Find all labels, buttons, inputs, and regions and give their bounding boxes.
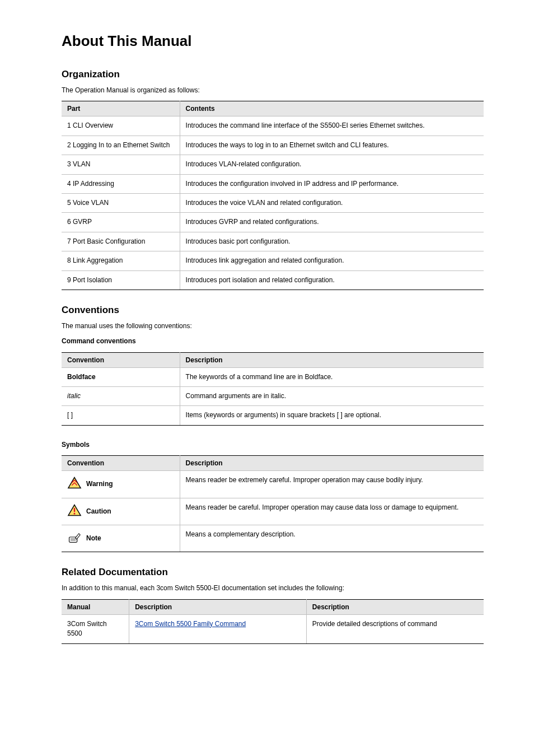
col-header-manual: Manual <box>62 599 129 614</box>
related-heading: Related Documentation <box>62 567 484 578</box>
cell-contents: Introduces link aggregation and related … <box>180 251 484 270</box>
cell-part: 7 Port Basic Configuration <box>62 232 180 251</box>
table-row: 2 Logging In to an Ethernet SwitchIntrod… <box>62 136 484 155</box>
related-lead: In addition to this manual, each 3com Sw… <box>62 584 484 593</box>
col-header-desc2: Description <box>306 599 484 614</box>
table-row: 3 VLANIntroduces VLAN-related configurat… <box>62 155 484 174</box>
organization-heading: Organization <box>62 69 484 80</box>
cmd-conventions-heading: Command conventions <box>62 337 484 346</box>
col-header-description: Description <box>180 352 484 367</box>
symbols-heading: Symbols <box>62 440 484 450</box>
cell-description: Means reader be extremely careful. Impro… <box>180 471 484 498</box>
cell-contents: Introduces the configuration involved in… <box>180 174 484 193</box>
table-row: Warning Means reader be extremely carefu… <box>62 471 484 498</box>
cell-contents: Introduces GVRP and related configuratio… <box>180 213 484 232</box>
cell-description: Means a complementary description. <box>180 525 484 552</box>
col-header-contents: Contents <box>180 101 484 116</box>
table-row: 8 Link AggregationIntroduces link aggreg… <box>62 251 484 270</box>
cell-link: 3Com Switch 5500 Family Command <box>129 614 307 643</box>
table-row: 3Com Switch 5500 3Com Switch 5500 Family… <box>62 614 484 643</box>
table-header-row: Manual Description Description <box>62 599 484 614</box>
cell-contents: Introduces the ways to log in to an Ethe… <box>180 136 484 155</box>
table-row: 5 Voice VLANIntroduces the voice VLAN an… <box>62 193 484 212</box>
table-row: 1 CLI OverviewIntroduces the command lin… <box>62 116 484 136</box>
cell-part: 9 Port Isolation <box>62 270 180 290</box>
cell-convention: [ ] <box>62 406 180 425</box>
cell-desc: Provide detailed descriptions of command <box>306 614 484 643</box>
page: About This Manual Organization The Opera… <box>0 0 534 756</box>
organization-table: Part Contents 1 CLI OverviewIntroduces t… <box>62 101 484 290</box>
table-row: 4 IP AddressingIntroduces the configurat… <box>62 174 484 193</box>
cell-part: 5 Voice VLAN <box>62 193 180 212</box>
table-row: Boldface The keywords of a command line … <box>62 367 484 386</box>
cell-description: Command arguments are in italic. <box>180 387 484 406</box>
cell-part: 4 IP Addressing <box>62 174 180 193</box>
cell-contents: Introduces the voice VLAN and related co… <box>180 193 484 212</box>
table-row: 7 Port Basic ConfigurationIntroduces bas… <box>62 232 484 251</box>
document-title: About This Manual <box>62 32 484 50</box>
cell-convention: Note <box>62 525 180 552</box>
cell-manual: 3Com Switch 5500 <box>62 614 129 643</box>
col-header-convention: Convention <box>62 456 180 471</box>
table-header-row: Convention Description <box>62 352 484 367</box>
conventions-heading: Conventions <box>62 305 484 316</box>
related-table: Manual Description Description 3Com Swit… <box>62 599 484 644</box>
cell-description: Items (keywords or arguments) in square … <box>180 406 484 425</box>
symbol-label: Note <box>86 534 101 543</box>
table-row: Caution Means reader be careful. Imprope… <box>62 498 484 525</box>
conventions-lead: The manual uses the following convention… <box>62 321 484 331</box>
cell-description: The keywords of a command line are in Bo… <box>180 367 484 386</box>
symbol-label: Caution <box>86 507 111 516</box>
table-row: Note Means a complementary description. <box>62 525 484 552</box>
col-header-convention: Convention <box>62 352 180 367</box>
related-link[interactable]: 3Com Switch 5500 Family Command <box>135 620 246 628</box>
cell-contents: Introduces basic port configuration. <box>180 232 484 251</box>
cell-description: Means reader be careful. Improper operat… <box>180 498 484 525</box>
table-header-row: Part Contents <box>62 101 484 116</box>
cell-convention: Warning <box>62 471 180 498</box>
cell-part: 3 VLAN <box>62 155 180 174</box>
symbol-label: Warning <box>86 479 113 489</box>
symbols-table: Convention Description Warning <box>62 455 484 552</box>
caution-icon <box>67 504 82 519</box>
cell-convention: Caution <box>62 498 180 525</box>
warning-icon <box>67 477 82 492</box>
organization-lead: The Operation Manual is organized as fol… <box>62 86 484 95</box>
cell-contents: Introduces the command line interface of… <box>180 116 484 136</box>
table-row: 6 GVRPIntroduces GVRP and related config… <box>62 213 484 232</box>
table-row: 9 Port IsolationIntroduces port isolatio… <box>62 270 484 290</box>
table-row: [ ] Items (keywords or arguments) in squ… <box>62 406 484 425</box>
cell-convention: Boldface <box>62 367 180 386</box>
table-header-row: Convention Description <box>62 456 484 471</box>
col-header-description: Description <box>180 456 484 471</box>
cell-part: 2 Logging In to an Ethernet Switch <box>62 136 180 155</box>
cmd-conventions-table: Convention Description Boldface The keyw… <box>62 352 484 426</box>
note-icon <box>67 531 82 546</box>
col-header-part: Part <box>62 101 180 116</box>
cell-part: 6 GVRP <box>62 213 180 232</box>
col-header-desc1: Description <box>129 599 307 614</box>
cell-contents: Introduces VLAN-related configuration. <box>180 155 484 174</box>
svg-point-3 <box>74 513 76 515</box>
cell-part: 8 Link Aggregation <box>62 251 180 270</box>
cell-contents: Introduces port isolation and related co… <box>180 270 484 290</box>
cell-part: 1 CLI Overview <box>62 116 180 136</box>
cell-convention: italic <box>62 387 180 406</box>
table-row: italic Command arguments are in italic. <box>62 387 484 406</box>
